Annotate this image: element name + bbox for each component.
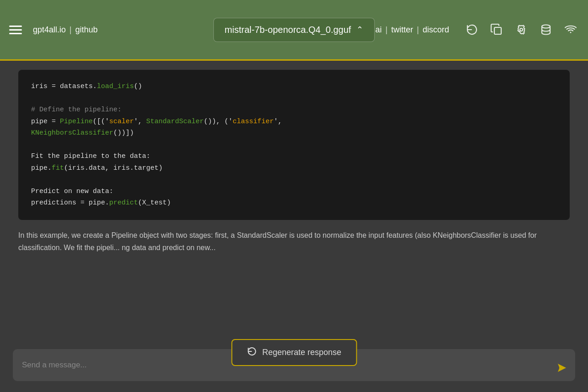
regenerate-button[interactable]: Regenerate response	[231, 339, 357, 366]
header-left-links: gpt4all.io | github	[33, 25, 98, 35]
description-text: In this example, we create a Pipeline ob…	[18, 220, 570, 258]
twitter-link[interactable]: twitter	[391, 25, 413, 35]
copy-icon[interactable]	[488, 21, 505, 38]
header-right: nomic.ai | twitter | discord	[351, 21, 579, 38]
header-left: gpt4all.io | github	[9, 25, 98, 35]
app-header: gpt4all.io | github mistral-7b-openorca.…	[0, 0, 588, 59]
github-link[interactable]: github	[75, 25, 98, 35]
discord-link[interactable]: discord	[423, 25, 449, 35]
gpt4all-link[interactable]: gpt4all.io	[33, 25, 66, 35]
main-content: iris = datasets.load_iris() # Define the…	[0, 61, 588, 392]
svg-point-2	[542, 25, 550, 28]
refresh-icon[interactable]	[464, 21, 480, 38]
left-sep-1: |	[69, 25, 72, 35]
settings-icon[interactable]	[513, 21, 530, 38]
wifi-icon[interactable]	[562, 21, 579, 38]
header-icons	[464, 21, 579, 38]
svg-rect-0	[494, 27, 501, 34]
right-sep-2: |	[417, 25, 419, 35]
regenerate-overlay: Regenerate response	[231, 339, 357, 366]
right-sep-1: |	[386, 25, 388, 35]
svg-point-1	[520, 28, 523, 31]
model-selector[interactable]: mistral-7b-openorca.Q4_0.gguf ⌃	[213, 18, 375, 42]
code-block: iris = datasets.load_iris() # Define the…	[18, 70, 570, 220]
chevron-down-icon: ⌃	[356, 25, 363, 35]
regenerate-icon	[247, 346, 257, 359]
model-name-label: mistral-7b-openorca.Q4_0.gguf	[225, 25, 351, 35]
svg-point-3	[570, 32, 572, 33]
chat-area[interactable]: iris = datasets.load_iris() # Define the…	[0, 61, 588, 342]
regenerate-label: Regenerate response	[262, 348, 341, 357]
send-button[interactable]	[556, 362, 568, 374]
database-icon[interactable]	[538, 21, 554, 38]
hamburger-menu[interactable]	[9, 26, 22, 34]
